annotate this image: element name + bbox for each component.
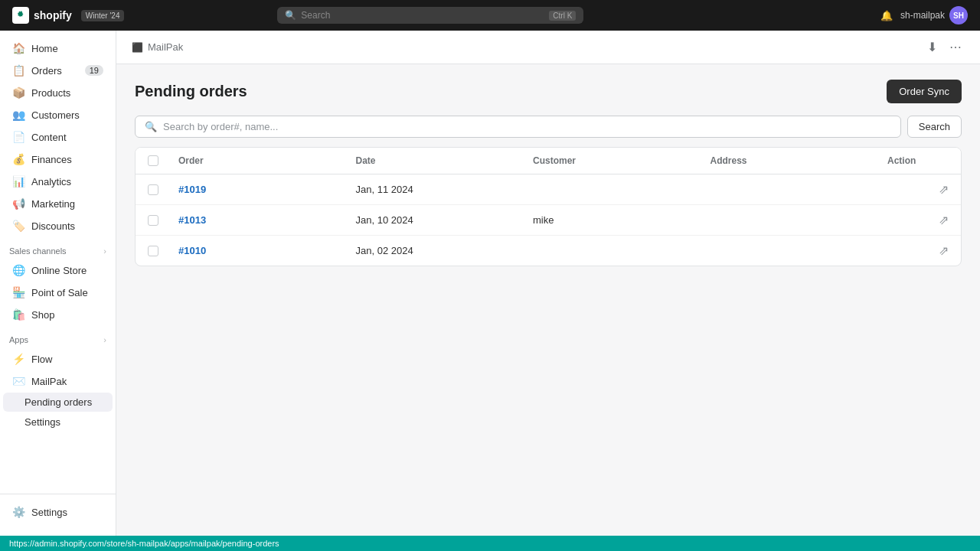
sidebar-item-point-of-sale[interactable]: 🏪 Point of Sale — [3, 282, 113, 303]
order-action: ⇗ — [887, 213, 949, 227]
link-icon[interactable]: ⇗ — [939, 182, 949, 197]
breadcrumb-bar: ⬛ MailPak ⬇ ⋯ — [116, 31, 980, 64]
shopify-text: shopify — [34, 9, 72, 21]
sidebar-item-label: Orders — [31, 65, 62, 77]
expand-icon[interactable]: › — [103, 246, 106, 256]
order-date: Jan, 11 2024 — [356, 184, 534, 195]
apps-section: Apps › — [0, 326, 116, 347]
products-icon: 📦 — [12, 86, 25, 99]
orders-badge: 19 — [85, 65, 103, 76]
sidebar-item-label: Online Store — [31, 265, 87, 276]
content-area: ⬛ MailPak ⬇ ⋯ Pending orders Order Sync … — [116, 31, 980, 536]
sidebar-item-analytics[interactable]: 📊 Analytics — [3, 171, 113, 192]
search-button[interactable]: Search — [907, 116, 962, 138]
sidebar-item-label: Customers — [31, 109, 80, 121]
order-action: ⇗ — [887, 182, 949, 197]
customers-icon: 👥 — [12, 109, 25, 121]
sidebar-item-label: Point of Sale — [31, 287, 88, 298]
col-order: Order — [178, 155, 356, 166]
page-header: Pending orders Order Sync — [135, 80, 962, 103]
row-checkbox[interactable] — [148, 215, 178, 226]
sidebar-item-home[interactable]: 🏠 Home — [3, 37, 113, 59]
shopify-logo[interactable]: shopify — [12, 7, 72, 24]
main-nav: 🏠 Home 📋 Orders 19 📦 Products 👥 Customer… — [0, 31, 116, 494]
sidebar-item-customers[interactable]: 👥 Customers — [3, 104, 113, 126]
sidebar-item-discounts[interactable]: 🏷️ Discounts — [3, 215, 113, 236]
status-bar: https://admin.shopify.com/store/sh-mailp… — [0, 536, 980, 551]
shortcut-hint: Ctrl K — [549, 11, 576, 21]
col-checkbox — [148, 155, 178, 166]
topbar-right: 🔔 sh-mailpak SH — [880, 6, 968, 24]
pos-icon: 🏪 — [12, 286, 25, 298]
row-select-checkbox[interactable] — [148, 184, 158, 195]
table-search-box[interactable]: 🔍 — [135, 116, 901, 138]
sidebar-item-mailpak-settings[interactable]: Settings — [3, 412, 113, 432]
search-icon: 🔍 — [145, 121, 157, 132]
sidebar-item-flow[interactable]: ⚡ Flow — [3, 348, 113, 370]
home-icon: 🏠 — [12, 42, 25, 54]
col-date: Date — [356, 155, 534, 166]
sidebar-item-label: Content — [31, 132, 67, 143]
sidebar-item-settings[interactable]: ⚙️ Settings — [3, 501, 113, 523]
sidebar-item-finances[interactable]: 💰 Finances — [3, 148, 113, 170]
sidebar-item-label: Marketing — [31, 198, 75, 210]
table-row: #1010 Jan, 02 2024 ⇗ — [136, 236, 961, 266]
topbar: shopify Winter '24 🔍 Ctrl K 🔔 sh-mailpak… — [0, 0, 980, 31]
content-icon: 📄 — [12, 131, 25, 143]
main-layout: 🏠 Home 📋 Orders 19 📦 Products 👥 Customer… — [0, 31, 980, 536]
row-select-checkbox[interactable] — [148, 215, 158, 226]
flow-icon: ⚡ — [12, 353, 25, 365]
order-number: #1013 — [178, 214, 356, 226]
col-action: Action — [887, 155, 949, 166]
order-date: Jan, 02 2024 — [356, 245, 534, 256]
page-title: Pending orders — [135, 83, 247, 100]
search-icon: 🔍 — [285, 10, 296, 21]
discounts-icon: 🏷️ — [12, 220, 25, 232]
order-customer: mike — [533, 214, 710, 226]
online-store-icon: 🌐 — [12, 264, 25, 276]
sidebar-item-label: Shop — [31, 309, 54, 321]
sidebar-item-content[interactable]: 📄 Content — [3, 126, 113, 148]
col-customer: Customer — [533, 155, 710, 166]
analytics-icon: 📊 — [12, 175, 25, 187]
row-checkbox[interactable] — [148, 246, 178, 256]
search-input[interactable] — [301, 10, 544, 21]
more-options-button[interactable]: ⋯ — [946, 37, 965, 57]
sidebar-bottom: ⚙️ Settings — [0, 494, 116, 536]
settings-icon: ⚙️ — [12, 506, 25, 518]
global-search[interactable]: 🔍 Ctrl K — [277, 7, 583, 24]
page-content: Pending orders Order Sync 🔍 Search Order — [116, 64, 980, 536]
notifications-icon[interactable]: 🔔 — [880, 10, 893, 21]
row-checkbox[interactable] — [148, 184, 178, 195]
sidebar-item-marketing[interactable]: 📢 Marketing — [3, 193, 113, 214]
sidebar-item-shop[interactable]: 🛍️ Shop — [3, 304, 113, 325]
sidebar-item-pending-orders[interactable]: Pending orders — [3, 393, 113, 412]
order-action: ⇗ — [887, 243, 949, 258]
breadcrumb-icon: ⬛ — [132, 42, 143, 53]
sidebar-subitem-label: Pending orders — [24, 396, 92, 408]
sidebar-item-products[interactable]: 📦 Products — [3, 82, 113, 103]
table-search-input[interactable] — [163, 121, 891, 132]
sidebar-item-label: Settings — [31, 507, 67, 518]
sidebar-item-mailpak[interactable]: ✉️ MailPak — [3, 370, 113, 392]
username: sh-mailpak — [900, 10, 945, 21]
orders-icon: 📋 — [12, 64, 25, 77]
mailpak-icon: ✉️ — [12, 375, 25, 387]
sidebar-item-orders[interactable]: 📋 Orders 19 — [3, 60, 113, 81]
breadcrumb: ⬛ MailPak — [132, 41, 183, 53]
sidebar-item-label: Flow — [31, 354, 52, 365]
link-icon[interactable]: ⇗ — [939, 243, 949, 258]
sidebar-item-label: Analytics — [31, 176, 71, 187]
shop-icon: 🛍️ — [12, 308, 25, 321]
user-menu[interactable]: sh-mailpak SH — [900, 6, 968, 24]
download-button[interactable]: ⬇ — [924, 37, 940, 57]
breadcrumb-actions: ⬇ ⋯ — [924, 37, 965, 57]
select-all-checkbox[interactable] — [148, 155, 158, 166]
sidebar-item-online-store[interactable]: 🌐 Online Store — [3, 259, 113, 281]
marketing-icon: 📢 — [12, 197, 25, 210]
row-select-checkbox[interactable] — [148, 246, 158, 256]
finances-icon: 💰 — [12, 153, 25, 165]
order-sync-button[interactable]: Order Sync — [887, 80, 962, 103]
apps-expand-icon[interactable]: › — [103, 335, 106, 344]
link-icon[interactable]: ⇗ — [939, 213, 949, 227]
